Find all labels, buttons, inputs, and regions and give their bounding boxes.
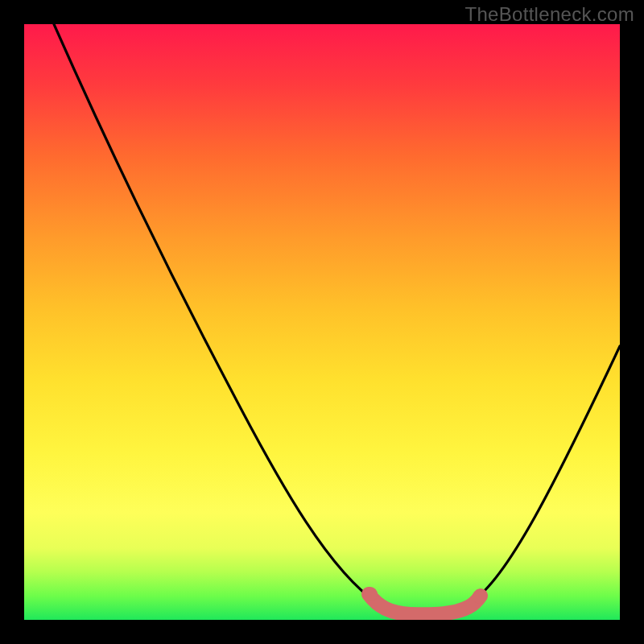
plot-area: [24, 24, 620, 620]
bottleneck-curve: [54, 24, 620, 613]
watermark-text: TheBottleneck.com: [464, 3, 634, 26]
valley-end-left: [363, 587, 378, 601]
chart-svg: [24, 24, 620, 620]
valley-highlight: [369, 594, 481, 614]
chart-frame: TheBottleneck.com: [0, 0, 644, 644]
valley-end-right: [473, 589, 487, 604]
